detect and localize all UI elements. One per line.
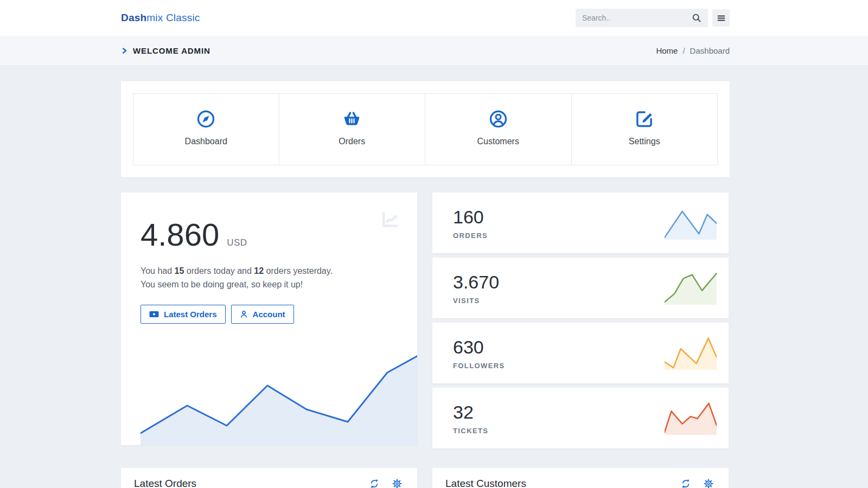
stat-value: 3.670	[453, 272, 499, 293]
refresh-icon	[681, 479, 691, 488]
tile-orders[interactable]: Orders	[279, 93, 426, 165]
breadcrumb-home-link[interactable]: Home	[656, 46, 678, 55]
basket-icon	[279, 108, 425, 129]
orders-sparkline	[665, 206, 717, 240]
tile-label: Customers	[425, 137, 571, 146]
person-icon	[240, 310, 248, 318]
search-icon	[692, 13, 701, 23]
stat-label: FOLLOWERS	[453, 362, 505, 370]
followers-sparkline	[665, 336, 717, 370]
quick-nav-card: Dashboard Orders Customers Settings	[121, 81, 730, 177]
stat-value: 630	[453, 337, 505, 358]
tile-customers[interactable]: Customers	[425, 93, 572, 165]
latest-customers-block: Latest Customers	[432, 468, 729, 488]
block-title: Latest Orders	[134, 478, 196, 488]
latest-orders-button-label: Latest Orders	[164, 310, 217, 319]
settings-button[interactable]	[701, 477, 716, 488]
stat-card-orders: 160 ORDERS	[432, 192, 729, 253]
brand-light: mix Classic	[146, 12, 200, 23]
earnings-card: 4.860 USD You had 15 orders today and 12…	[121, 192, 417, 445]
block-title: Latest Customers	[445, 478, 526, 488]
breadcrumb-separator: /	[682, 46, 685, 55]
stats-column: 160 ORDERS 3.670 VISITS 630	[432, 192, 729, 448]
tile-dashboard[interactable]: Dashboard	[133, 93, 279, 165]
stat-card-tickets: 32 TICKETS	[432, 388, 729, 448]
page-title: WELCOME ADMIN	[121, 46, 210, 55]
earnings-currency: USD	[227, 237, 247, 248]
page-header-bar: WELCOME ADMIN Home / Dashboard	[0, 36, 868, 66]
user-circle-icon	[425, 108, 571, 129]
tile-label: Orders	[279, 137, 425, 146]
stat-label: ORDERS	[453, 232, 488, 240]
gear-icon	[704, 479, 713, 488]
sidebar-toggle-button[interactable]	[712, 9, 730, 27]
stat-label: TICKETS	[453, 427, 488, 435]
edit-icon	[572, 108, 718, 129]
chevron-right-icon	[121, 47, 128, 54]
earnings-amount: 4.860	[141, 216, 219, 253]
breadcrumb-current: Dashboard	[690, 46, 730, 55]
brand-bold: Dash	[121, 12, 146, 23]
search-input[interactable]	[582, 14, 690, 22]
cash-icon	[149, 311, 159, 318]
search-box	[576, 9, 708, 27]
compass-icon	[133, 108, 279, 129]
chart-line-icon	[380, 210, 400, 232]
stat-card-visits: 3.670 VISITS	[432, 258, 729, 318]
earnings-area-chart	[141, 341, 417, 445]
account-button[interactable]: Account	[231, 305, 294, 324]
stat-label: VISITS	[453, 297, 499, 305]
tile-label: Dashboard	[133, 137, 279, 146]
page-title-text: WELCOME ADMIN	[133, 46, 210, 55]
brand-logo[interactable]: Dashmix Classic	[121, 12, 200, 24]
visits-sparkline	[665, 271, 717, 305]
refresh-button[interactable]	[679, 477, 693, 488]
stat-card-followers: 630 FOLLOWERS	[432, 323, 729, 383]
stat-value: 32	[453, 402, 488, 423]
breadcrumb: Home / Dashboard	[656, 46, 730, 55]
refresh-button[interactable]	[367, 477, 381, 488]
main-content: Dashboard Orders Customers Settings	[121, 66, 730, 488]
hamburger-icon	[717, 14, 726, 23]
top-header: Dashmix Classic	[0, 0, 868, 36]
settings-button[interactable]	[390, 477, 404, 488]
tile-settings[interactable]: Settings	[572, 93, 718, 165]
gear-icon	[392, 479, 402, 488]
account-button-label: Account	[253, 310, 285, 319]
tickets-sparkline	[665, 401, 717, 435]
earnings-message: You had 15 orders today and 12 orders ye…	[141, 265, 340, 292]
tile-label: Settings	[572, 137, 718, 146]
latest-orders-button[interactable]: Latest Orders	[141, 305, 226, 324]
refresh-icon	[369, 479, 379, 488]
search-button[interactable]	[690, 11, 704, 25]
stat-value: 160	[453, 207, 488, 228]
latest-orders-block: Latest Orders	[121, 468, 417, 488]
